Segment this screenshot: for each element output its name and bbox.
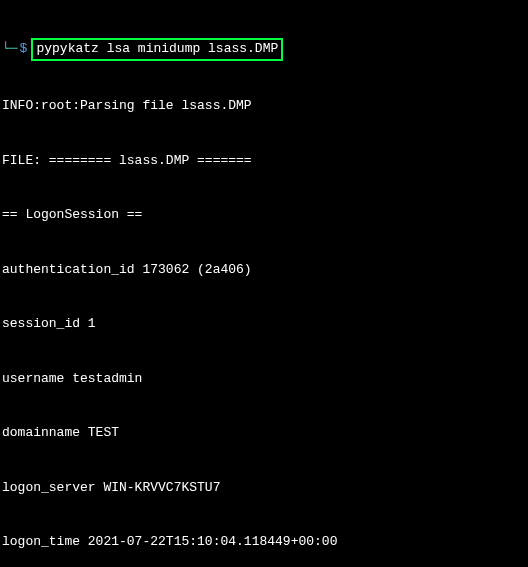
session-id: session_id 1 <box>2 315 526 333</box>
auth-id: authentication_id 173062 (2a406) <box>2 261 526 279</box>
output-file: FILE: ======== lsass.DMP ======= <box>2 152 526 170</box>
command-highlighted: pypykatz lsa minidump lsass.DMP <box>31 38 283 60</box>
terminal-output: └─ $ pypykatz lsa minidump lsass.DMP INF… <box>2 2 526 567</box>
logon-time: logon_time 2021-07-22T15:10:04.118449+00… <box>2 533 526 551</box>
logon-server: logon_server WIN-KRVVC7KSTU7 <box>2 479 526 497</box>
prompt-dollar-icon: $ <box>20 40 28 58</box>
prompt-arrow-icon: └─ <box>2 40 18 58</box>
domainname: domainname TEST <box>2 424 526 442</box>
prompt-line[interactable]: └─ $ pypykatz lsa minidump lsass.DMP <box>2 38 526 60</box>
username: username testadmin <box>2 370 526 388</box>
logon-session-header: == LogonSession == <box>2 206 526 224</box>
output-info: INFO:root:Parsing file lsass.DMP <box>2 97 526 115</box>
